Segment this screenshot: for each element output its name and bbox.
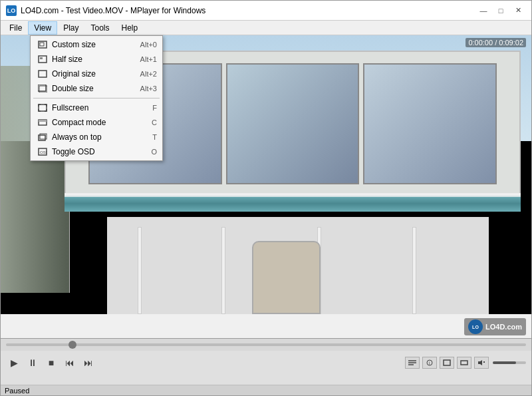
maximize-button[interactable]: □: [493, 4, 509, 17]
window-2: [226, 63, 360, 184]
always-on-top-label: Always on top: [52, 132, 139, 142]
bottom-bar: ▶ ⏸ ■ ⏮ ⏭ i: [1, 338, 531, 385]
app-icon: LO: [6, 5, 17, 16]
door: [252, 241, 321, 313]
menu-original-size[interactable]: Original size Alt+2: [31, 67, 162, 81]
time-total: 0:09:02: [499, 39, 523, 47]
menu-bar: File View Play Tools Help Custom size Al…: [1, 21, 531, 35]
menu-help[interactable]: Help: [116, 21, 144, 35]
controls-row: ▶ ⏸ ■ ⏮ ⏭ i: [1, 351, 531, 375]
toggle-osd-shortcut: O: [151, 148, 157, 156]
original-size-label: Original size: [52, 69, 127, 79]
double-size-icon: [36, 83, 49, 94]
resize-btn[interactable]: [440, 357, 454, 369]
ontop-icon: [36, 132, 49, 142]
original-size-shortcut: Alt+2: [140, 70, 157, 78]
prev-button[interactable]: ⏮: [62, 355, 78, 371]
column-1: [138, 227, 142, 314]
half-size-label: Half size: [52, 55, 127, 64]
svg-rect-9: [39, 120, 47, 122]
title-bar-left: LO LO4D.com - Test Video.MOV - MPlayer f…: [6, 5, 205, 16]
svg-rect-4: [39, 71, 47, 77]
column-2: [221, 227, 225, 314]
fullscreen-label: Fullscreen: [52, 103, 139, 112]
original-size-icon: [36, 69, 49, 79]
snow-ground: [1, 314, 531, 338]
right-controls: i: [405, 357, 526, 369]
status-bar: Paused: [1, 385, 531, 395]
watermark-logo: LO: [468, 319, 483, 334]
seek-bar-container[interactable]: [1, 339, 531, 351]
info-btn[interactable]: i: [422, 357, 437, 369]
double-size-shortcut: Alt+3: [140, 85, 157, 93]
svg-rect-1: [40, 43, 44, 46]
close-button[interactable]: ✕: [510, 4, 526, 17]
menu-file[interactable]: File: [3, 21, 28, 35]
column-4: [412, 227, 416, 314]
menu-view[interactable]: View: [28, 21, 57, 35]
window-title: LO4D.com - Test Video.MOV - MPlayer for …: [21, 6, 205, 15]
compact-icon: [36, 117, 49, 128]
watermark-text: LO4D.com: [485, 323, 522, 331]
menu-toggle-osd[interactable]: OSD Toggle OSD O: [31, 144, 162, 159]
fullscreen-shortcut: F: [152, 104, 157, 112]
compact-mode-shortcut: C: [152, 118, 157, 126]
time-current: 0:00:00: [468, 39, 493, 47]
compact-mode-label: Compact mode: [52, 118, 138, 127]
main-window: LO LO4D.com - Test Video.MOV - MPlayer f…: [0, 0, 532, 396]
view-dropdown-menu: Custom size Alt+0 Half size Alt+1 Origin…: [30, 35, 163, 161]
double-size-label: Double size: [52, 84, 127, 93]
title-bar: LO LO4D.com - Test Video.MOV - MPlayer f…: [1, 1, 531, 21]
always-on-top-shortcut: T: [152, 133, 157, 141]
window-3: [363, 63, 497, 184]
volume-btn[interactable]: [474, 357, 489, 369]
time-display: 0:00:00 / 0:09:02: [466, 38, 526, 47]
svg-rect-7: [39, 104, 47, 111]
title-bar-controls: — □ ✕: [475, 4, 526, 17]
menu-custom-size[interactable]: Custom size Alt+0: [31, 37, 162, 52]
snow-on-teal: [65, 193, 521, 197]
menu-separator: [33, 98, 160, 99]
half-size-icon: [36, 54, 49, 65]
svg-rect-3: [40, 57, 43, 59]
svg-marker-21: [478, 360, 482, 365]
svg-rect-19: [444, 360, 450, 365]
seek-bar[interactable]: [6, 343, 526, 346]
minimize-button[interactable]: —: [475, 4, 491, 17]
svg-text:i: i: [429, 361, 430, 365]
watermark: LO LO4D.com: [464, 318, 526, 335]
svg-rect-20: [461, 361, 467, 365]
volume-slider[interactable]: [493, 361, 526, 364]
fullscreen-icon: [36, 102, 49, 113]
playlist-btn[interactable]: [405, 357, 420, 369]
menu-half-size[interactable]: Half size Alt+1: [31, 52, 162, 67]
status-text: Paused: [5, 387, 29, 395]
menu-tools[interactable]: Tools: [84, 21, 115, 35]
volume-level: [493, 361, 516, 364]
aspect-btn[interactable]: [457, 357, 471, 369]
menu-compact-mode[interactable]: Compact mode C: [31, 115, 162, 130]
stop-button[interactable]: ■: [43, 355, 59, 371]
next-button[interactable]: ⏭: [80, 355, 96, 371]
custom-size-shortcut: Alt+0: [140, 41, 157, 49]
menu-always-on-top[interactable]: Always on top T: [31, 130, 162, 144]
menu-play[interactable]: Play: [57, 21, 84, 35]
play-button[interactable]: ▶: [6, 355, 22, 371]
custom-size-label: Custom size: [52, 40, 127, 49]
building-lower: [107, 217, 489, 314]
resize-icon: [36, 39, 49, 50]
teal-stripe: [65, 196, 521, 212]
pause-button[interactable]: ⏸: [25, 355, 41, 371]
menu-double-size[interactable]: Double size Alt+3: [31, 81, 162, 96]
toggle-osd-label: Toggle OSD: [52, 147, 138, 156]
half-size-shortcut: Alt+1: [140, 55, 157, 63]
seek-thumb[interactable]: [68, 341, 76, 349]
osd-icon: OSD: [36, 146, 49, 157]
menu-fullscreen[interactable]: Fullscreen F: [31, 100, 162, 115]
svg-text:OSD: OSD: [40, 150, 47, 154]
